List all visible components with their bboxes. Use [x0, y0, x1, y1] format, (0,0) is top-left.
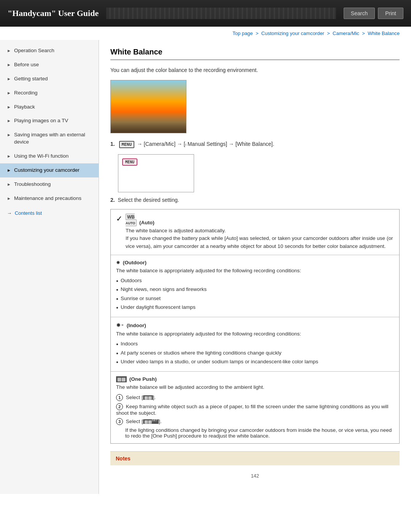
outdoor-icon: ✸	[116, 260, 120, 265]
onepush-title-text: (One Push)	[129, 376, 157, 382]
list-item: Indoors	[116, 340, 394, 348]
header-title: "Handycam" User Guide	[8, 8, 99, 18]
arrow-icon: ►	[7, 104, 11, 110]
onepush-step3-text: Select [▩▩SET].	[126, 419, 162, 424]
list-item: Outdoors	[116, 277, 394, 284]
sidebar-item-label: Recording	[14, 89, 38, 97]
sidebar-item-playback[interactable]: ► Playback	[0, 100, 99, 114]
arrow-right-icon: →	[7, 210, 12, 216]
outdoor-title: ✸ (Outdoor)	[116, 260, 394, 265]
outdoor-desc: The white balance is appropriately adjus…	[116, 267, 394, 275]
sidebar-item-before-use[interactable]: ► Before use	[0, 58, 99, 72]
sidebar-item-troubleshooting[interactable]: ► Troubleshooting	[0, 177, 99, 192]
onepush-icon: ▩▩	[116, 376, 127, 382]
sidebar-item-customizing[interactable]: ► Customizing your camcorder	[0, 163, 99, 177]
arrow-icon: ►	[7, 48, 11, 54]
onepush-step3: 3 Select [▩▩SET].	[116, 418, 394, 425]
contents-list-link[interactable]: Contents list	[15, 210, 42, 216]
menu-button-image: MENU	[122, 158, 137, 166]
circled-2: 2	[116, 403, 123, 410]
notes-section: Notes	[110, 451, 400, 465]
sidebar-item-label: Playing images on a TV	[14, 117, 68, 125]
main-content: White Balance You can adjust the color b…	[99, 40, 411, 494]
indoor-title: ✸⁃ (Indoor)	[116, 322, 394, 329]
step1-text: → [Camera/Mic] → [ₗ Manual Settings] → […	[137, 141, 274, 147]
page-number: 142	[110, 473, 400, 479]
sidebar-item-wifi[interactable]: ► Using the Wi-Fi function	[0, 149, 99, 163]
sidebar-item-recording[interactable]: ► Recording	[0, 86, 99, 100]
arrow-icon: ►	[7, 153, 11, 159]
sunset-image	[110, 80, 186, 133]
auto-title: WBAUTO (Auto)	[126, 214, 394, 225]
list-item: Under video lamps in a studio, or under …	[116, 358, 394, 366]
auto-desc: The white balance is adjusted automatica…	[126, 227, 394, 250]
option-auto: ✓ WBAUTO (Auto) The white balance is adj…	[111, 209, 399, 255]
breadcrumb: Top page > Customizing your camcorder > …	[0, 27, 411, 40]
sidebar-item-playing-tv[interactable]: ► Playing images on a TV	[0, 114, 99, 128]
indoor-bullets: Indoors At party scenes or studios where…	[116, 340, 394, 366]
wb-icon: WBAUTO	[126, 214, 137, 226]
step2-number: 2.	[110, 197, 115, 203]
sidebar: ► Operation Search ► Before use ► Gettin…	[0, 40, 99, 494]
arrow-icon: ►	[7, 196, 11, 201]
notes-title: Notes	[116, 455, 131, 462]
breadcrumb-top[interactable]: Top page	[233, 30, 253, 36]
onepush-step2-text: Keep framing white object such as a piec…	[116, 404, 388, 416]
sidebar-item-saving-images[interactable]: ► Saving images with an external device	[0, 128, 99, 149]
list-item: Sunrise or sunset	[116, 295, 394, 302]
onepush-title: ▩▩ (One Push)	[116, 376, 394, 382]
header-decoration	[106, 8, 336, 19]
sidebar-item-label: Troubleshooting	[14, 181, 51, 188]
breadcrumb-customizing[interactable]: Customizing your camcorder	[261, 30, 324, 36]
auto-content: WBAUTO (Auto) The white balance is adjus…	[126, 214, 394, 250]
page-title: White Balance	[110, 48, 400, 60]
sidebar-item-operation-search[interactable]: ► Operation Search	[0, 44, 99, 58]
header: "Handycam" User Guide Search Print	[0, 0, 411, 27]
header-buttons: Search Print	[344, 8, 403, 19]
onepush-step2: 2 Keep framing white object such as a pi…	[116, 403, 394, 416]
step2-text: Select the desired setting.	[118, 197, 179, 203]
sidebar-item-label: Getting started	[14, 75, 48, 83]
sidebar-item-getting-started[interactable]: ► Getting started	[0, 72, 99, 86]
contents-link-container: → Contents list	[0, 206, 99, 220]
onepush-desc: The white balance will be adjusted accor…	[116, 383, 394, 391]
indoor-icon: ✸⁃	[116, 322, 124, 328]
sidebar-item-label: Using the Wi-Fi function	[14, 153, 68, 160]
outdoor-title-text: (Outdoor)	[123, 260, 147, 265]
sidebar-item-label: Operation Search	[14, 47, 54, 54]
list-item: Night views, neon signs and fireworks	[116, 286, 394, 293]
arrow-icon: ►	[7, 90, 11, 96]
onepush-note: If the lighting conditions changed by br…	[125, 427, 394, 439]
circled-3: 3	[116, 418, 123, 425]
arrow-icon: ►	[7, 182, 11, 187]
step2: 2. Select the desired setting.	[110, 197, 400, 203]
menu-icon: MENU	[119, 141, 135, 148]
list-item: Under daylight fluorescent lamps	[116, 304, 394, 311]
option-onepush: ▩▩ (One Push) The white balance will be …	[111, 372, 399, 443]
print-button[interactable]: Print	[378, 8, 403, 19]
search-button[interactable]: Search	[344, 8, 375, 19]
arrow-icon: ►	[7, 62, 11, 68]
arrow-icon: ►	[7, 132, 11, 138]
option-outdoor: ✸ (Outdoor) The white balance is appropr…	[111, 255, 399, 317]
indoor-title-text: (Indoor)	[127, 323, 146, 328]
options-table: ✓ WBAUTO (Auto) The white balance is adj…	[110, 209, 400, 444]
indoor-desc: The white balance is appropriately adjus…	[116, 330, 394, 338]
sidebar-item-maintenance[interactable]: ► Maintenance and precautions	[0, 192, 99, 206]
sidebar-item-label: Customizing your camcorder	[14, 167, 80, 174]
step1-screenshot: MENU	[118, 154, 194, 192]
onepush-substeps: 1 Select [▩▩]. 2 Keep framing white obje…	[116, 394, 394, 439]
arrow-icon: ►	[7, 118, 11, 124]
auto-title-text: (Auto)	[139, 220, 155, 225]
onepush-step1-text: Select [▩▩].	[126, 395, 156, 400]
intro-text: You can adjust the color balance to the …	[110, 67, 400, 73]
onepush-step1: 1 Select [▩▩].	[116, 394, 394, 401]
sidebar-item-label: Playback	[14, 104, 35, 111]
sidebar-item-label: Before use	[14, 61, 39, 69]
breadcrumb-current: White Balance	[368, 30, 400, 36]
arrow-icon: ►	[7, 168, 11, 173]
list-item: At party scenes or studios where the lig…	[116, 349, 394, 357]
breadcrumb-cameramic[interactable]: Camera/Mic	[333, 30, 359, 36]
sidebar-item-label: Maintenance and precautions	[14, 195, 81, 202]
arrow-icon: ►	[7, 76, 11, 82]
